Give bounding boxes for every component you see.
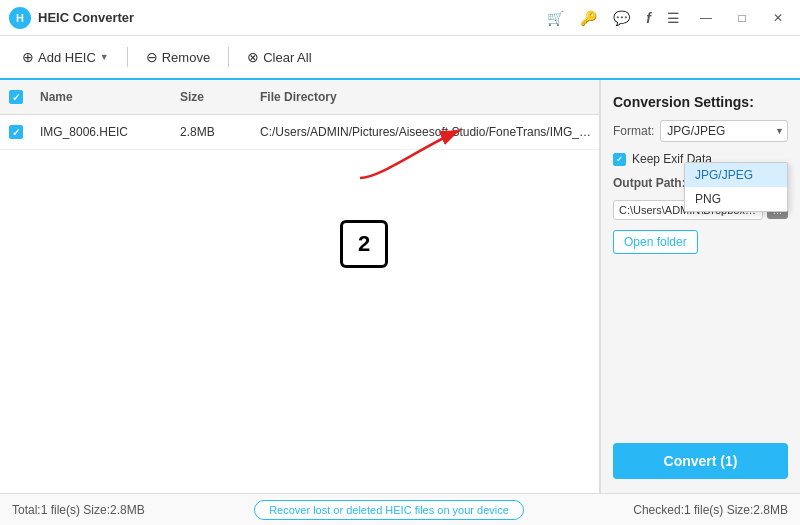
dropdown-item-png[interactable]: PNG bbox=[685, 187, 787, 211]
cart-icon[interactable]: 🛒 bbox=[543, 8, 568, 28]
panel-title: Conversion Settings: bbox=[613, 94, 788, 110]
recover-button[interactable]: Recover lost or deleted HEIC files on yo… bbox=[254, 500, 524, 520]
main-area: Name Size File Directory IMG_8006.HEIC 2… bbox=[0, 80, 800, 493]
maximize-button[interactable]: □ bbox=[728, 4, 756, 32]
header-checkbox-cell bbox=[0, 86, 32, 108]
toolbar-divider-1 bbox=[127, 47, 128, 67]
header-size: Size bbox=[172, 86, 252, 108]
step2-label: 2 bbox=[358, 231, 370, 257]
format-row: Format: JPG/JPEG PNG ▼ bbox=[613, 120, 788, 142]
format-label: Format: bbox=[613, 124, 654, 138]
status-right: Checked:1 file(s) Size:2.8MB bbox=[633, 503, 788, 517]
add-heic-button[interactable]: ⊕ Add HEIC ▼ bbox=[12, 44, 119, 70]
facebook-icon[interactable]: f bbox=[642, 8, 655, 28]
row-checkbox[interactable] bbox=[9, 125, 23, 139]
add-icon: ⊕ bbox=[22, 49, 34, 65]
menu-icon[interactable]: ☰ bbox=[663, 8, 684, 28]
svg-text:H: H bbox=[16, 12, 24, 24]
toolbar-divider-2 bbox=[228, 47, 229, 67]
chat-icon[interactable]: 💬 bbox=[609, 8, 634, 28]
remove-label: Remove bbox=[162, 50, 210, 65]
toolbar: ⊕ Add HEIC ▼ ⊖ Remove ⊗ Clear All bbox=[0, 36, 800, 80]
app-logo: H bbox=[8, 6, 32, 30]
remove-icon: ⊖ bbox=[146, 49, 158, 65]
clear-icon: ⊗ bbox=[247, 49, 259, 65]
format-select-wrapper: JPG/JPEG PNG ▼ bbox=[660, 120, 788, 142]
clear-all-button[interactable]: ⊗ Clear All bbox=[237, 44, 321, 70]
header-name: Name bbox=[32, 86, 172, 108]
row-checkbox-cell bbox=[0, 121, 32, 143]
dropdown-item-jpg[interactable]: JPG/JPEG bbox=[685, 163, 787, 187]
add-heic-label: Add HEIC bbox=[38, 50, 96, 65]
remove-button[interactable]: ⊖ Remove bbox=[136, 44, 220, 70]
open-folder-button[interactable]: Open folder bbox=[613, 230, 698, 254]
header-checkbox[interactable] bbox=[9, 90, 23, 104]
minimize-button[interactable]: — bbox=[692, 4, 720, 32]
close-button[interactable]: ✕ bbox=[764, 4, 792, 32]
right-panel: Conversion Settings: Format: JPG/JPEG PN… bbox=[600, 80, 800, 493]
row-directory: C:/Users/ADMIN/Pictures/Aiseesoft Studio… bbox=[252, 121, 599, 143]
table-row: IMG_8006.HEIC 2.8MB C:/Users/ADMIN/Pictu… bbox=[0, 115, 599, 150]
step2-box: 2 bbox=[340, 220, 388, 268]
format-dropdown-popup: JPG/JPEG PNG bbox=[684, 162, 788, 212]
file-area: Name Size File Directory IMG_8006.HEIC 2… bbox=[0, 80, 600, 493]
row-name: IMG_8006.HEIC bbox=[32, 121, 172, 143]
keep-exif-checkbox[interactable] bbox=[613, 153, 626, 166]
file-list-body: IMG_8006.HEIC 2.8MB C:/Users/ADMIN/Pictu… bbox=[0, 115, 599, 493]
clear-label: Clear All bbox=[263, 50, 311, 65]
header-directory: File Directory bbox=[252, 86, 599, 108]
convert-button[interactable]: Convert (1) bbox=[613, 443, 788, 479]
key-icon[interactable]: 🔑 bbox=[576, 8, 601, 28]
title-bar-icons: 🛒 🔑 💬 f ☰ — □ ✕ bbox=[543, 4, 792, 32]
row-size: 2.8MB bbox=[172, 121, 252, 143]
app-title: HEIC Converter bbox=[38, 10, 543, 25]
format-select[interactable]: JPG/JPEG PNG bbox=[660, 120, 788, 142]
table-header: Name Size File Directory bbox=[0, 80, 599, 115]
title-bar: H HEIC Converter 🛒 🔑 💬 f ☰ — □ ✕ bbox=[0, 0, 800, 36]
status-left: Total:1 file(s) Size:2.8MB bbox=[12, 503, 145, 517]
status-bar: Total:1 file(s) Size:2.8MB Recover lost … bbox=[0, 493, 800, 525]
step2-annotation: 2 bbox=[340, 220, 388, 268]
add-dropdown-arrow: ▼ bbox=[100, 52, 109, 62]
